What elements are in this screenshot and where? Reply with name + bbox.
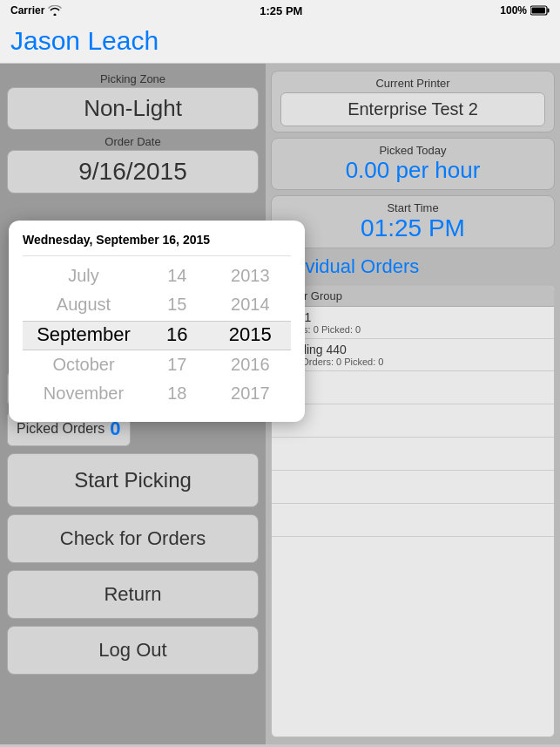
start-picking-button[interactable]: Start Picking [7,453,259,507]
order-item-empty-5 [272,504,554,537]
battery-pct: 100% [500,4,527,17]
battery-info: 100% [500,4,550,17]
datepicker-columns: July August September October November 1… [23,261,291,408]
order-item-1-detail: Total Orders: 0 Picked: 0 [279,357,547,367]
main-content: Picking Zone Non-Light Order Date 9/16/2… [0,64,560,744]
header: Jason Leach [0,21,560,64]
printer-section: Current Printer Enterprise Test 2 [271,71,555,132]
start-time-value: 01:25 PM [280,214,545,242]
logout-button[interactable]: Log Out [7,626,259,675]
order-item-1-name: Vending 440 [279,343,547,357]
order-item-empty-4 [272,471,554,504]
wifi-icon [48,5,62,16]
month-row-2-selected[interactable]: September [23,319,145,350]
left-panel: Picking Zone Non-Light Order Date 9/16/2… [0,64,266,744]
year-row-4[interactable]: 2017 [210,379,291,408]
status-bar: Carrier 1:25 PM 100% [0,0,560,21]
order-item-0-name: cket 1 [279,310,547,324]
svg-rect-1 [547,9,549,13]
order-item-1[interactable]: Vending 440 Total Orders: 0 Picked: 0 [272,339,554,371]
orders-list-header: Order Group [272,286,554,307]
order-item-empty-2 [272,404,554,438]
carrier-label: Carrier [10,4,44,17]
individual-orders-title: Individual Orders [271,254,555,280]
order-date-label: Order Date [7,135,259,148]
day-picker-col[interactable]: 14 15 16 17 18 [145,261,210,408]
month-row-1[interactable]: August [23,290,145,319]
year-picker-col[interactable]: 2013 2014 2015 2016 2017 [210,261,291,408]
return-button[interactable]: Return [7,570,259,619]
year-row-3[interactable]: 2016 [210,350,291,379]
battery-icon [530,5,550,16]
order-item-0[interactable]: cket 1 Orders: 0 Picked: 0 [272,307,554,339]
order-item-empty-3 [272,438,554,471]
picking-zone-label: Picking Zone [7,72,259,85]
printer-value: Enterprise Test 2 [280,92,545,126]
order-date-group[interactable]: Order Date 9/16/2015 [7,135,259,194]
start-time-section: Start Time 01:25 PM [271,195,555,248]
picked-today-value: 0.00 per hour [280,157,545,184]
picking-zone-group: Picking Zone Non-Light [7,72,259,130]
check-orders-button[interactable]: Check for Orders [7,514,259,563]
printer-label: Current Printer [280,77,545,90]
datepicker-title: Wednesday, September 16, 2015 [23,233,291,247]
month-row-3[interactable]: October [23,350,145,379]
day-row-3[interactable]: 17 [145,350,210,379]
datepicker-overlay[interactable]: Wednesday, September 16, 2015 July Augus… [9,221,305,422]
picked-today-label: Picked Today [280,144,545,157]
month-row-0[interactable]: July [23,261,145,290]
picked-orders-label: Picked Orders [17,421,105,437]
year-row-0[interactable]: 2013 [210,261,291,290]
picking-zone-value: Non-Light [7,87,259,130]
month-picker-col[interactable]: July August September October November [23,261,145,408]
day-row-1[interactable]: 15 [145,290,210,319]
year-row-2-selected[interactable]: 2015 [210,319,291,350]
datepicker-divider [23,255,291,256]
month-row-4[interactable]: November [23,379,145,408]
svg-rect-2 [531,8,545,14]
orders-list[interactable]: Order Group cket 1 Orders: 0 Picked: 0 V… [271,285,555,737]
day-row-0[interactable]: 14 [145,261,210,290]
day-row-4[interactable]: 18 [145,379,210,408]
start-time-label: Start Time [280,201,545,214]
year-row-1[interactable]: 2014 [210,290,291,319]
carrier-info: Carrier [10,4,62,17]
picked-today-section: Picked Today 0.00 per hour [271,138,555,190]
page-title: Jason Leach [10,26,550,56]
day-row-2-selected[interactable]: 16 [145,319,210,350]
order-item-0-detail: Orders: 0 Picked: 0 [279,324,547,335]
right-panel: Current Printer Enterprise Test 2 Picked… [266,64,560,744]
order-date-value[interactable]: 9/16/2015 [7,150,259,194]
order-item-empty-1 [272,371,554,404]
time-display: 1:25 PM [260,4,302,17]
